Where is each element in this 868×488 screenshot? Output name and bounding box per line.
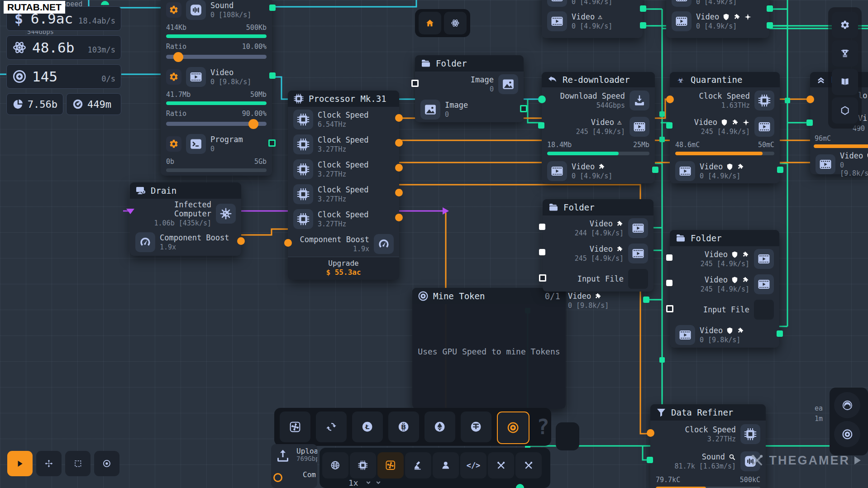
input-connector[interactable] [666,254,672,261]
ratio-slider[interactable]: Ratio90.00% [161,109,272,131]
video-icon[interactable] [675,161,695,181]
marquee-tool-button[interactable] [65,451,91,476]
node-header[interactable]: Folder [670,230,779,246]
upgrade-button[interactable]: Upgrade $ 55.3ac [288,257,399,280]
video-icon[interactable] [754,249,774,269]
node-processor[interactable]: Processor Mk.31 Clock Speed 6.54THz Cloc… [288,91,399,280]
output-connector[interactable] [643,297,649,303]
output-connector[interactable] [652,167,658,173]
output-connector-empty[interactable] [268,139,276,147]
node-data-refiner[interactable]: Data Refiner Clock Speed 3.27THz Sound 8… [650,404,766,488]
chip-icon[interactable] [293,110,313,129]
gauge-icon[interactable] [374,234,394,254]
resource-tokens[interactable]: 145 0/s [6,64,121,89]
input-connector[interactable] [538,96,546,103]
video-icon[interactable] [672,0,692,7]
input-connector[interactable] [666,96,674,103]
input-connector[interactable] [806,96,814,103]
video-icon[interactable] [547,161,567,181]
sound-icon[interactable] [186,0,206,20]
input-connector[interactable] [647,457,653,463]
video-icon[interactable] [630,117,649,137]
gpu-build-button-active[interactable] [377,452,404,478]
chip-icon[interactable] [293,134,313,154]
achievements-button[interactable] [832,40,858,67]
chevron-down-icon[interactable] [374,479,382,487]
ratio-slider[interactable]: Ratio10.00% [161,42,272,64]
output-connector[interactable] [767,22,773,29]
token-button[interactable] [834,421,860,447]
input-connector-empty[interactable] [411,80,419,87]
node-header[interactable]: Folder [415,55,524,72]
video-icon[interactable] [186,67,206,87]
hacker-build-button[interactable] [433,452,459,478]
multiplier-label[interactable]: 1x [348,478,358,488]
output-connector[interactable] [640,22,646,29]
chip-icon[interactable] [293,159,313,179]
node-header[interactable]: Re-downloader [542,72,655,87]
input-connector[interactable] [538,122,544,129]
input-connector[interactable] [666,122,672,129]
tether-tab-button[interactable] [461,411,491,442]
tools-build-button[interactable] [488,452,514,478]
node-redownloader[interactable]: Re-downloader Download Speed 544Gbps Vid… [542,72,655,183]
settings-gear-button[interactable] [166,136,181,152]
input-connector-empty[interactable] [539,274,546,282]
video-icon[interactable] [816,154,835,174]
node-top-b[interactable]: Video 0 [4.9k/s] Video 0 [4.9k/s] [666,0,769,38]
video-icon[interactable] [754,117,774,137]
output-connector[interactable] [395,114,403,122]
journal-button[interactable] [832,69,858,95]
node-splitter[interactable]: Sound 0 [108k/s] 414Kb500Kb Ratio10.00% … [161,0,272,176]
output-connector[interactable] [777,330,783,337]
video-icon[interactable] [675,325,695,345]
output-connector[interactable] [767,5,773,12]
video-icon[interactable] [628,244,648,263]
network-build-button[interactable] [322,452,348,478]
resource-science[interactable]: 48.6b 103m/s [6,35,121,60]
output-connector[interactable] [395,139,403,147]
empty-file-slot[interactable] [628,269,648,289]
science-view-button[interactable] [444,12,467,34]
empty-file-slot[interactable] [754,300,774,320]
settings-button[interactable] [832,12,858,38]
video-icon[interactable] [672,11,692,31]
node-header[interactable]: Processor Mk.31 [288,91,399,107]
code-build-button[interactable]: </> [460,452,486,478]
image-icon[interactable] [498,74,518,94]
input-connector[interactable] [666,280,672,286]
settings-gear-button[interactable] [166,2,181,18]
settings-gear-button[interactable] [166,69,181,85]
output-connector[interactable] [777,167,783,173]
output-connector[interactable] [395,164,403,172]
slider-knob[interactable] [173,52,183,62]
download-icon[interactable] [630,91,649,110]
chevron-down-icon[interactable] [364,479,372,487]
node-folder-mid[interactable]: Folder Video 244 [4.9k/s] Video 245 [4.9… [543,199,653,292]
input-connector-empty[interactable] [666,305,673,312]
orange-ring-connector[interactable] [273,473,282,482]
chip-icon[interactable] [293,209,313,229]
tools2-build-button[interactable] [515,452,542,478]
node-header[interactable]: ☣ Quarantine [670,72,780,87]
output-connector[interactable] [269,72,276,79]
ethereum-tab-button[interactable] [424,411,455,442]
node-header[interactable]: Drain [130,182,241,199]
research-build-button[interactable] [405,452,431,478]
image-icon[interactable] [420,100,440,120]
gauge-icon[interactable] [135,232,155,252]
video-icon[interactable] [547,11,567,31]
node-folder-top[interactable]: Folder Image 0 Image 0 [415,55,524,122]
litecoin-tab-button[interactable]: Ł [352,411,383,442]
sync-tab-button[interactable] [316,411,347,442]
target-tool-button[interactable] [94,451,119,476]
output-connector[interactable] [269,5,276,11]
home-button[interactable] [419,12,441,34]
chip-icon[interactable] [740,424,760,444]
turbine-button[interactable] [834,392,860,418]
input-connector[interactable] [539,249,545,255]
node-top-a[interactable]: Video 0 [4.9k/s] Video⚠ 0 [4.9k/s] [542,0,643,38]
resource-views[interactable]: 449m [66,93,121,115]
token-tab-button-active[interactable] [497,411,529,444]
input-connector[interactable] [647,429,654,437]
